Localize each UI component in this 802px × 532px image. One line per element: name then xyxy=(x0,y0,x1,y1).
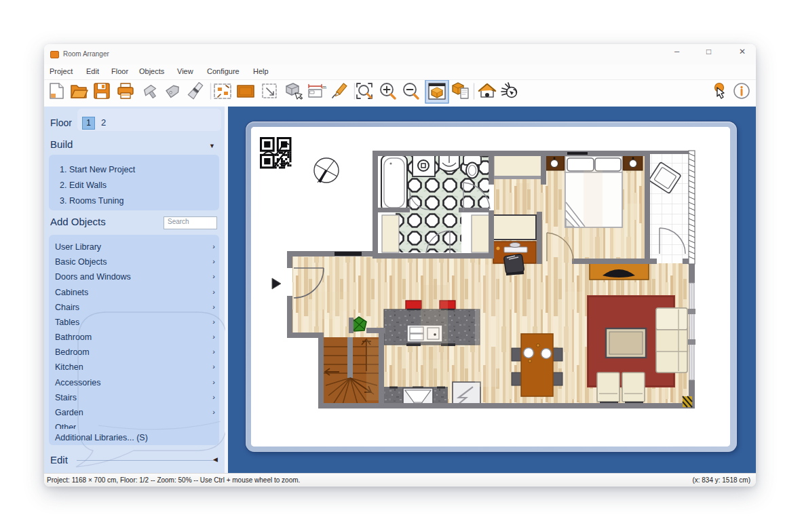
svg-text:m: m xyxy=(322,85,326,90)
